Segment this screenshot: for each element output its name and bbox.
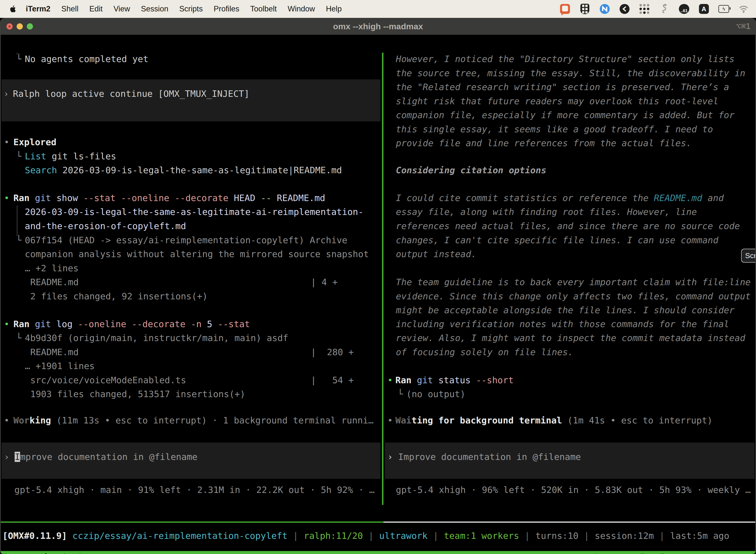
bullet-icon: • xyxy=(387,373,395,387)
menu-item-help[interactable]: Help xyxy=(320,4,347,13)
keyboard-a-icon[interactable]: A xyxy=(698,3,709,14)
omx-mode: ultrawork xyxy=(379,531,428,541)
tmux-session-name[interactable]: [omx-cczip0:bash* xyxy=(2,552,89,554)
menu-item-session[interactable]: Session xyxy=(135,4,174,13)
git-log-command: •Ran git log --oneline --decorate -n 5 -… xyxy=(4,317,250,331)
reasoning-paragraph-line: evidence. Since this change only affects… xyxy=(396,289,751,303)
menu-items: iTerm2 Shell Edit View Session Scripts P… xyxy=(20,4,347,13)
omx-team: team:1 workers xyxy=(444,531,519,541)
diffstat-line: src/voice/voiceModeEnabled.ts| 54 + xyxy=(30,373,186,387)
reasoning-paragraph-line: might be acceptable alongside the file l… xyxy=(396,303,735,317)
prompt-chevron: › xyxy=(3,87,13,101)
reasoning-paragraph-line: of focusing solely on file lines. xyxy=(396,345,573,359)
reasoning-paragraph-line: However, I noticed the "Directory Struct… xyxy=(396,53,735,66)
menu-item-window[interactable]: Window xyxy=(282,4,320,13)
active-pane-border xyxy=(0,521,383,523)
inactive-pane-border xyxy=(383,521,756,523)
git-status-command: •Ran git status --short xyxy=(387,373,514,387)
reasoning-paragraph-line: the "Related research writing" section i… xyxy=(396,80,729,94)
zoom-button[interactable] xyxy=(27,23,33,30)
model-status-line: gpt-5.4 xhigh · 96% left · 520K in · 5.8… xyxy=(396,483,751,497)
truncation-line[interactable]: … +1901 lines xyxy=(25,359,95,373)
battery-icon[interactable]: ϟ xyxy=(718,3,729,14)
omx-session-time: session:12m xyxy=(595,531,654,541)
prompt-input-box[interactable]: › Improve documentation in @filename xyxy=(1,443,380,479)
bullet-icon: • xyxy=(4,413,13,428)
explored-list-line: └List git ls-files xyxy=(16,149,116,163)
git-show-output-line: companion analysis without altering the … xyxy=(25,247,369,261)
diffstat-line: README.md| 280 + xyxy=(30,345,79,359)
menu-item-edit[interactable]: Edit xyxy=(84,4,108,13)
left-pane: └No agents completed yet ›Ralph loop act… xyxy=(0,53,382,504)
prompt-input-line[interactable]: › Improve documentation in @filename xyxy=(4,450,197,464)
menu-bar: iTerm2 Shell Edit View Session Scripts P… xyxy=(0,0,756,18)
right-pane: However, I noticed the "Directory Struct… xyxy=(383,53,756,504)
prompt-chevron: › xyxy=(4,452,15,462)
diffstat-line: README.md| 4 + xyxy=(30,275,79,289)
menu-item-view[interactable]: View xyxy=(108,4,136,13)
reasoning-paragraph-line: companion file, especially if more comme… xyxy=(396,108,735,122)
omx-ralph-counter: ralph:11/20 xyxy=(304,531,363,541)
tmux-status-bar: [omx-cczip0:bash* "MacBook-Pro-44.local"… xyxy=(0,551,756,554)
title-bar[interactable]: omx --xhigh --madmax ⌥⌘1 xyxy=(0,18,756,35)
git-show-command: •Ran git show --stat --oneline --decorat… xyxy=(4,191,325,205)
model-status-line: gpt-5.4 xhigh · main · 91% left · 2.31M … xyxy=(14,483,375,497)
close-button[interactable] xyxy=(6,23,13,30)
ralph-loop-box: ›Ralph loop active continue [OMX_TMUX_IN… xyxy=(1,79,380,121)
squiggle-icon[interactable] xyxy=(659,3,670,14)
diffstat-summary: 1903 files changed, 513517 insertions(+) xyxy=(30,387,245,401)
bullet-icon: • xyxy=(387,413,395,428)
apple-menu-icon[interactable] xyxy=(9,4,17,13)
input-placeholder: Improve documentation in @filename xyxy=(398,452,581,462)
input-placeholder: mprove documentation in @filename xyxy=(20,452,197,462)
file-reference-link[interactable]: README.md xyxy=(654,193,702,203)
menu-item-scripts[interactable]: Scripts xyxy=(174,4,208,13)
waiting-status-line: •Waiting for background terminal (1m 41s… xyxy=(387,413,712,428)
git-show-output-line: └067f154 (HEAD -> essay/ai-reimplementat… xyxy=(16,233,347,247)
reasoning-paragraph-line: changes, I can't cite specific file line… xyxy=(396,233,718,247)
reasoning-paragraph-line: The team guideline is to back every impo… xyxy=(396,275,751,289)
reasoning-paragraph-line: this single essay, it seems like a good … xyxy=(396,122,713,136)
git-log-output-line: └4b9d30f (origin/main, instructkr/main, … xyxy=(16,331,288,345)
badge-61-icon[interactable]: ..61 xyxy=(679,3,690,14)
prompt-input-line[interactable]: › Improve documentation in @filename xyxy=(387,450,581,464)
ralph-loop-line: ›Ralph loop active continue [OMX_TMUX_IN… xyxy=(3,87,250,101)
menu-item-shell[interactable]: Shell xyxy=(56,4,84,13)
git-show-arg-line: and-the-erosion-of-copyleft.md xyxy=(25,219,186,233)
chat-bubble-icon[interactable] xyxy=(560,3,570,14)
bullet-icon: • xyxy=(4,191,13,205)
reasoning-paragraph-line: review. Also, I might want to inspect th… xyxy=(396,331,745,345)
minimize-button[interactable] xyxy=(17,23,23,30)
screen-share-indicator: Scre xyxy=(741,249,756,263)
dots-grid-icon[interactable] xyxy=(639,3,650,14)
reasoning-paragraph-line: essay file, along with finding root file… xyxy=(396,205,697,219)
blue-badge-icon[interactable] xyxy=(599,3,610,14)
menu-item-iterm2[interactable]: iTerm2 xyxy=(20,4,56,13)
wifi-icon[interactable] xyxy=(738,3,749,14)
menu-item-toolbelt[interactable]: Toolbelt xyxy=(245,4,282,13)
reasoning-heading: Considering citation options xyxy=(396,163,547,177)
prompt-input-box[interactable]: › Improve documentation in @filename xyxy=(385,443,755,479)
bullet-icon: • xyxy=(4,317,13,331)
prompt-chevron: › xyxy=(387,452,398,462)
reasoning-paragraph-line: output instead. xyxy=(396,247,477,261)
omx-status-line: [OMX#0.11.9]cczip/essay/ai-reimplementat… xyxy=(2,529,729,543)
reasoning-paragraph-line: slight risk that future readers may over… xyxy=(396,94,718,108)
dark-circle-icon[interactable] xyxy=(619,3,630,14)
menu-item-profiles[interactable]: Profiles xyxy=(208,4,245,13)
git-show-arg-line: 2026-03-09-is-legal-the-same-as-legitima… xyxy=(25,205,363,219)
truncation-line[interactable]: … +2 lines xyxy=(25,261,79,275)
explored-search-line: Search 2026-03-09-is-legal-the-same-as-l… xyxy=(25,163,342,177)
working-status-line: •Working (11m 13s • esc to interrupt) · … xyxy=(4,413,374,428)
diffstat-summary: 2 files changed, 92 insertions(+) xyxy=(30,289,208,303)
omx-last-activity: last:5m ago xyxy=(670,531,729,541)
bullet-icon: • xyxy=(4,135,13,149)
omx-version: [OMX#0.11.9] xyxy=(2,531,67,541)
reasoning-paragraph-line: references need actual files, and since … xyxy=(396,219,740,233)
agents-status-line: └No agents completed yet xyxy=(16,53,148,66)
shield-grid-icon[interactable] xyxy=(579,3,590,14)
terminal-window: omx --xhigh --madmax ⌥⌘1 └No agents comp… xyxy=(0,18,756,554)
text-cursor: I xyxy=(15,452,20,462)
git-status-output-line: └(no output) xyxy=(397,387,465,401)
reasoning-paragraph-line: including verification notes with those … xyxy=(396,317,729,331)
